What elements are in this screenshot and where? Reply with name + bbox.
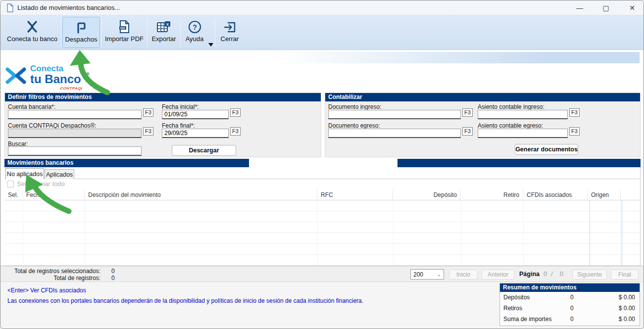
totals-bar: Total de registros seleccionados: 0 Tota… (0, 266, 644, 282)
fecha-inicial-f3-button[interactable]: F3 (230, 108, 241, 117)
siguiente-button[interactable]: Siguiente (572, 270, 607, 280)
column-header-retiro[interactable]: Retiro (461, 189, 523, 200)
asiento-egreso-input[interactable] (478, 129, 568, 138)
cuenta-bancaria-f3-button[interactable]: F3 (143, 108, 153, 117)
cuenta-despachos-label: Cuenta CONTPAQi Despachos®: (8, 122, 97, 129)
column-header-rfc[interactable]: RFC (317, 189, 393, 200)
toolbar-button-exportar[interactable]: X Exportar (149, 17, 179, 48)
toolbar-separator (101, 18, 101, 47)
table-row[interactable] (4, 200, 640, 211)
maximize-button[interactable]: ▢ (595, 0, 617, 15)
contabilizar-group-header: Contabilizar (325, 93, 640, 101)
fecha-final-input[interactable] (162, 129, 229, 138)
asiento-ingreso-input[interactable] (478, 110, 568, 119)
chevron-down-icon: ⌄ (437, 272, 441, 277)
resumen-count: 0 (570, 294, 574, 301)
annotation-arrow-despachos-icon (59, 49, 114, 96)
fecha-inicial-label: Fecha inicial*: (162, 103, 199, 110)
documento-ingreso-f3-button[interactable]: F3 (462, 108, 473, 117)
svg-text:?: ? (193, 23, 197, 31)
header-gradient-band (278, 52, 640, 63)
total-records-value: 0 (111, 275, 115, 282)
cuenta-bancaria-label: Cuenta bancaria*: (8, 103, 55, 110)
toolbar-button-ayuda[interactable]: ? Ayuda (182, 17, 207, 48)
asiento-ingreso-f3-button[interactable]: F3 (569, 108, 580, 117)
anterior-button[interactable]: Anterior (482, 270, 514, 280)
resumen-row-depositos: Depósitos 0 $ 0.00 (500, 292, 640, 302)
toolbar-button-despachos[interactable]: Despachos (62, 17, 100, 48)
column-divider (461, 200, 461, 266)
resumen-header: Resumen de movimientos (500, 283, 640, 292)
page-current: 0 (544, 271, 547, 278)
toolbar-button-cerrar[interactable]: Cerrar (216, 17, 243, 48)
window-title: Listado de movimientos bancarios... (17, 4, 120, 11)
asiento-egreso-label: Asiento contable egreso: (478, 122, 543, 129)
documento-ingreso-input[interactable] (328, 110, 461, 119)
select-all-checkbox[interactable] (7, 181, 14, 188)
final-button[interactable]: Final (611, 270, 639, 280)
title-bar: Listado de movimientos bancarios... — ▢ … (0, 0, 644, 15)
movimientos-header-left: Movimientos bancarios (4, 159, 249, 167)
toolbar-button-label: Cerrar (221, 35, 239, 43)
toolbar-button-label: Ayuda (186, 35, 204, 43)
page-separator: / (551, 271, 552, 278)
resumen-amount: $ 0.00 (619, 305, 635, 312)
table-row[interactable] (4, 255, 640, 266)
table-row[interactable] (4, 244, 640, 255)
column-header-deposito[interactable]: Depósito (393, 189, 461, 200)
generar-documentos-button[interactable]: Generar documentos (515, 144, 578, 155)
resumen-row-suma: Suma de importes 0 $ 0.00 (500, 314, 640, 324)
table-right-border (640, 167, 641, 266)
close-button[interactable]: ✕ (621, 0, 643, 15)
buscar-input[interactable] (8, 146, 142, 156)
origen-column-highlight-right (622, 200, 622, 266)
documento-ingreso-label: Documento ingreso: (328, 103, 381, 110)
toolbar-separator (61, 18, 61, 47)
filters-group-header: Definir filtros de movimientos (5, 93, 321, 101)
resumen-label: Suma de importes (503, 316, 551, 323)
minimize-button[interactable]: — (569, 0, 591, 15)
resumen-label: Retiros (503, 305, 522, 312)
page-total: 0 (560, 271, 563, 278)
column-header-blank (621, 189, 640, 200)
inicio-button[interactable]: Inicio (449, 270, 478, 280)
ayuda-dropdown-icon[interactable] (208, 43, 213, 47)
maximize-icon: ▢ (602, 4, 609, 12)
toolbar-separator (147, 18, 148, 47)
excel-icon: X (156, 17, 171, 34)
table-row[interactable] (4, 211, 640, 222)
documento-egreso-input[interactable] (328, 129, 461, 138)
cuenta-despachos-input (8, 129, 142, 138)
table-row[interactable] (4, 233, 640, 244)
movimientos-header-right (397, 159, 641, 167)
resumen-row-retiros: Retiros 0 $ 0.00 (500, 303, 640, 313)
resumen-label: Depósitos (503, 294, 530, 301)
column-header-cfdis[interactable]: CFDIs asociados (523, 189, 588, 200)
toolbar-button-label: Exportar (151, 35, 176, 43)
table-row[interactable] (4, 222, 640, 233)
fecha-final-label: Fecha final*: (162, 122, 195, 129)
tab-baseline (4, 179, 640, 179)
column-divider (621, 200, 621, 266)
conecta-banco-icon (25, 17, 39, 34)
toolbar-separator (215, 18, 215, 47)
toolbar-button-importar-pdf[interactable]: PDF Importar PDF (102, 17, 146, 48)
descargar-button[interactable]: Descargar (172, 145, 236, 156)
total-selected-value: 0 (111, 268, 115, 275)
page-size-select[interactable]: 200 ⌄ (410, 269, 444, 280)
fecha-final-f3-button[interactable]: F3 (230, 127, 241, 136)
asiento-egreso-f3-button[interactable]: F3 (569, 127, 580, 136)
column-header-origen[interactable]: Origen (588, 189, 621, 200)
cuenta-despachos-f3-button[interactable]: F3 (143, 127, 153, 136)
document-icon (6, 3, 14, 12)
cuenta-bancaria-input[interactable] (8, 110, 142, 119)
fecha-inicial-input[interactable] (162, 110, 229, 119)
toolbar-button-conecta-tu-banco[interactable]: Conecta tu banco (4, 17, 60, 48)
resumen-amount: $ 0.00 (619, 316, 635, 323)
annotation-arrow-no-aplicados-icon (20, 173, 74, 215)
contabilizar-group: Contabilizar Documento ingreso: F3 Asien… (325, 93, 641, 157)
column-header-descripcion[interactable]: Descripción del movimiento (85, 189, 317, 200)
documento-egreso-f3-button[interactable]: F3 (462, 127, 473, 136)
toolbar-separator (180, 18, 181, 47)
svg-text:PDF: PDF (120, 27, 125, 30)
